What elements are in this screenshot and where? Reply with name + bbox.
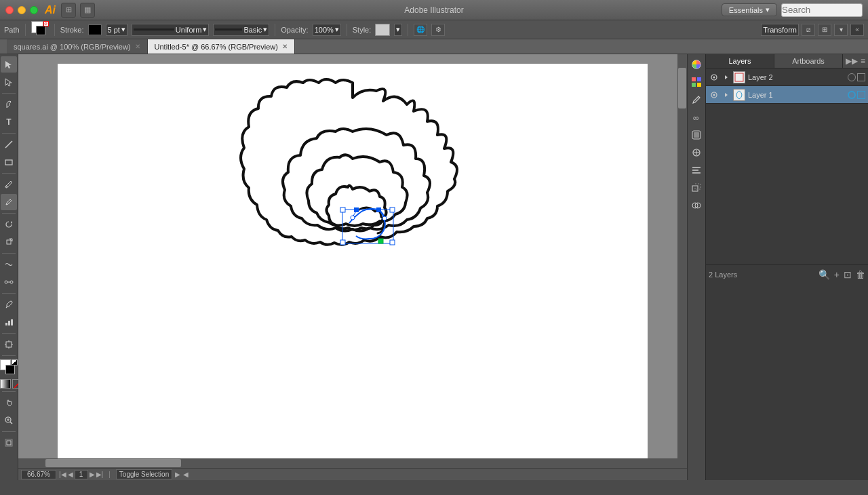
tab-squares[interactable]: squares.ai @ 100% (RGB/Preview) ✕ xyxy=(7,39,148,54)
panel-toggle[interactable]: « xyxy=(850,24,864,36)
document-icon[interactable]: ⊞ xyxy=(61,3,76,18)
arrange-icon[interactable]: ⧄ xyxy=(802,24,815,36)
vertical-scrollbar-thumb[interactable] xyxy=(678,68,686,108)
tabs-bar: squares.ai @ 100% (RGB/Preview) ✕ Untitl… xyxy=(0,39,868,54)
vertical-scrollbar[interactable] xyxy=(677,54,687,471)
stroke-color-swatch[interactable]: ⊘ xyxy=(31,21,49,39)
brush-dropdown[interactable]: Basic ▾ xyxy=(213,24,269,36)
warp-tool[interactable] xyxy=(1,256,17,273)
layer2-lock[interactable] xyxy=(857,73,865,81)
horizontal-scrollbar-thumb[interactable] xyxy=(45,459,181,467)
last-page-btn[interactable]: ▶| xyxy=(96,471,104,478)
layers-tab-icons: ▶▶ ≡ xyxy=(843,54,868,68)
stroke-type-dropdown[interactable]: Uniform ▾ xyxy=(132,24,210,36)
search-input[interactable] xyxy=(781,3,863,17)
transform-button[interactable]: Transform xyxy=(761,24,799,36)
settings-icon[interactable]: ⚙ xyxy=(431,24,445,36)
hand-tool[interactable] xyxy=(1,395,17,411)
pathfinder-btn[interactable] xyxy=(689,198,704,213)
prev-page-btn[interactable]: ◀ xyxy=(68,471,73,478)
toggle-selection-btn[interactable]: Toggle Selection xyxy=(116,469,172,479)
tool-separator xyxy=(2,133,16,134)
search-layers-btn[interactable]: 🔍 xyxy=(818,269,830,280)
swatches-panel-btn[interactable] xyxy=(689,75,704,90)
brushes-panel-btn[interactable] xyxy=(689,92,704,107)
symbols-panel-btn[interactable]: ∞ xyxy=(689,110,704,125)
layer-row-layer1[interactable]: Layer 1 xyxy=(706,86,868,104)
path-label: Path xyxy=(4,26,20,34)
layer2-target[interactable] xyxy=(848,73,856,81)
layer1-visibility[interactable] xyxy=(709,90,719,100)
first-page-btn[interactable]: |◀ xyxy=(59,471,66,478)
scale-tool[interactable] xyxy=(1,234,17,250)
next-page-btn[interactable]: ▶ xyxy=(90,471,95,478)
move-layer-btn[interactable]: ⊡ xyxy=(844,269,852,280)
align-icon[interactable]: ⊞ xyxy=(818,24,831,36)
color-panel-btn[interactable] xyxy=(689,57,704,72)
layers-options-btn[interactable]: ≡ xyxy=(861,56,865,66)
svg-point-5 xyxy=(5,281,7,283)
page-input[interactable] xyxy=(75,470,88,479)
layer1-expand[interactable] xyxy=(722,91,730,99)
artboard-tool[interactable] xyxy=(1,336,17,353)
layer1-lock[interactable] xyxy=(857,91,865,99)
style-swatch[interactable] xyxy=(375,24,390,36)
gradient-icon[interactable] xyxy=(0,379,11,389)
rect-tool[interactable] xyxy=(1,154,17,170)
layout-icon[interactable]: ▦ xyxy=(80,3,95,18)
background-swatch[interactable] xyxy=(5,365,15,374)
selection-tool[interactable] xyxy=(1,56,17,73)
layer1-name: Layer 1 xyxy=(748,91,845,99)
zoom-tool[interactable] xyxy=(1,412,17,429)
svg-rect-8 xyxy=(5,323,7,325)
minimize-button[interactable] xyxy=(18,6,26,14)
stroke-color-indicator[interactable] xyxy=(88,24,102,35)
transform-panel-btn[interactable] xyxy=(689,180,704,195)
pencil-tool[interactable] xyxy=(1,194,17,210)
layer2-expand[interactable] xyxy=(722,73,730,81)
layer2-visibility[interactable] xyxy=(709,72,719,83)
type-tool[interactable]: T xyxy=(1,114,17,130)
style-dropdown[interactable]: ▾ xyxy=(394,24,402,36)
toggle-arrow-right[interactable]: ▶ xyxy=(175,471,180,478)
eyedropper-tool[interactable] xyxy=(1,296,17,313)
maximize-button[interactable] xyxy=(30,6,38,14)
canvas-area[interactable]: |◀ ◀ ▶ ▶| | Toggle Selection ▶ ◀ xyxy=(18,54,687,480)
artboards-tab[interactable]: Artboards xyxy=(774,54,843,68)
delete-layer-btn[interactable]: 🗑 xyxy=(856,269,865,280)
tool-separator xyxy=(2,431,16,432)
tab-close-squares[interactable]: ✕ xyxy=(135,43,140,50)
direct-selection-tool[interactable] xyxy=(1,74,17,90)
line-tool[interactable] xyxy=(1,136,17,153)
close-button[interactable] xyxy=(5,6,14,14)
appearance-panel-btn[interactable] xyxy=(689,145,704,160)
layer-row-layer2[interactable]: Layer 2 xyxy=(706,68,868,86)
layers-tab[interactable]: Layers xyxy=(706,54,774,68)
opacity-dropdown[interactable]: 100% ▾ xyxy=(313,24,341,36)
essentials-button[interactable]: Essentials ▾ xyxy=(722,3,777,16)
tab-untitled[interactable]: Untitled-5* @ 66.67% (RGB/Preview) ✕ xyxy=(148,39,295,54)
chart-tool[interactable] xyxy=(1,314,17,330)
rotate-tool[interactable] xyxy=(1,216,17,233)
blend-tool[interactable] xyxy=(1,274,17,290)
layers-menu-btn[interactable]: ▶▶ xyxy=(846,56,858,66)
graphic-styles-btn[interactable] xyxy=(689,127,704,142)
horizontal-scrollbar[interactable] xyxy=(18,458,677,468)
align-panel-btn[interactable] xyxy=(689,163,704,178)
swap-colors[interactable] xyxy=(12,359,18,365)
pen-tool[interactable] xyxy=(1,96,17,113)
zoom-input[interactable] xyxy=(21,470,56,479)
tab-close-untitled[interactable]: ✕ xyxy=(282,43,288,50)
add-layer-btn[interactable]: + xyxy=(834,269,840,280)
browser-icon[interactable]: 🌐 xyxy=(414,24,427,36)
paintbrush-tool[interactable] xyxy=(1,176,17,193)
title-bar: Ai ⊞ ▦ Adobe Illustrator Essentials ▾ xyxy=(0,0,868,20)
toggle-arrow-left[interactable]: ◀ xyxy=(183,471,189,478)
separator xyxy=(408,24,408,36)
stroke-weight-dropdown[interactable]: 5 pt ▾ xyxy=(106,24,127,36)
svg-rect-42 xyxy=(694,132,699,138)
more-icon[interactable]: ▾ xyxy=(834,24,848,36)
edit-container[interactable] xyxy=(1,435,17,451)
color-swatch-container[interactable] xyxy=(0,359,18,377)
layer1-target[interactable] xyxy=(848,91,856,99)
